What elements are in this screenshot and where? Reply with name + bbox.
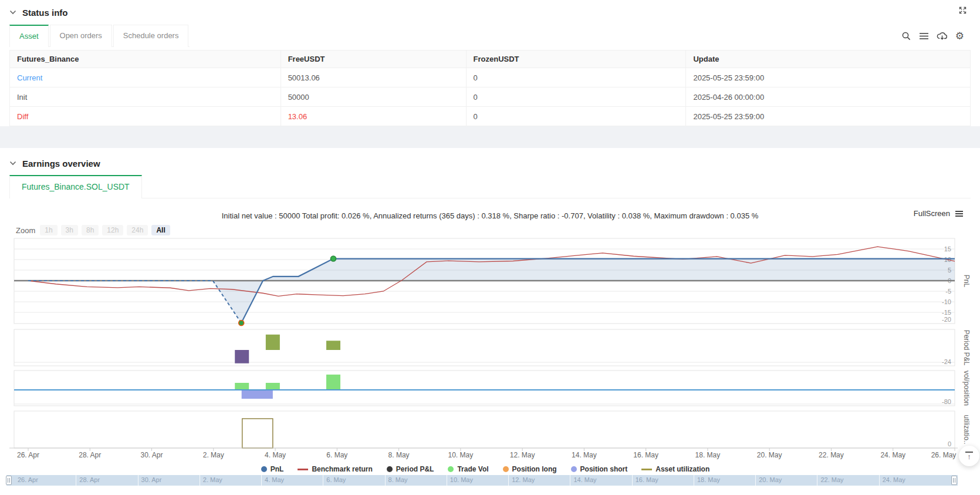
legend-dot — [571, 466, 577, 472]
svg-text:16. May: 16. May — [633, 451, 658, 459]
svg-text:20. May: 20. May — [757, 451, 782, 459]
collapse-chevron-icon[interactable] — [9, 10, 16, 15]
asset-table: Futures_BinanceFreeUSDTFrozenUSDTUpdate … — [9, 50, 971, 126]
navigator-label: 6. May — [326, 476, 346, 483]
navigator-separator — [508, 475, 509, 486]
status-toolbar: ⚙ — [901, 31, 971, 41]
navigator-label: 24. May — [883, 476, 905, 483]
navigator-separator — [632, 475, 633, 486]
svg-text:18. May: 18. May — [695, 451, 721, 459]
chart-menu-icon[interactable] — [955, 211, 963, 217]
table-row: Current50013.0602025-05-25 23:59:00 — [10, 68, 971, 87]
collapse-chevron-icon[interactable] — [9, 161, 16, 166]
table-cell: 0 — [466, 87, 686, 107]
legend-dot — [387, 466, 393, 472]
navigator-separator — [879, 475, 880, 486]
navigator-label: 30. Apr — [141, 476, 162, 483]
cloud-download-icon[interactable] — [937, 31, 948, 41]
legend-item-position-short[interactable]: Position short — [571, 465, 628, 473]
zoom-button-3h[interactable]: 3h — [61, 225, 78, 235]
tab-asset[interactable]: Asset — [9, 25, 49, 47]
svg-text:15: 15 — [944, 245, 951, 252]
navigator-handle-left[interactable] — [6, 476, 12, 485]
section-title: Status info — [22, 8, 68, 18]
svg-text:4. May: 4. May — [265, 451, 286, 459]
svg-text:8. May: 8. May — [388, 451, 410, 459]
navigator-separator — [200, 475, 200, 486]
navigator-separator — [385, 475, 386, 486]
navigator-separator — [76, 475, 76, 486]
navigator-separator — [817, 475, 817, 486]
earnings-overview-section: Earnings overview Futures_Binance.SOL_US… — [0, 148, 980, 488]
earnings-tabbar: Futures_Binance.SOL_USDT — [9, 175, 971, 198]
svg-text:utilizatio..: utilizatio.. — [962, 415, 971, 444]
legend-item-asset-utilization[interactable]: Asset utilization — [641, 465, 709, 473]
navigator-label: 2. May — [203, 476, 222, 483]
svg-text:2. May: 2. May — [203, 451, 224, 459]
navigator-separator — [694, 475, 694, 486]
gear-icon[interactable]: ⚙ — [955, 31, 964, 41]
table-cell[interactable]: Current — [10, 68, 281, 87]
search-icon[interactable] — [901, 31, 911, 41]
chart-navigator[interactable]: 26. Apr28. Apr30. Apr2. May4. May6. May8… — [6, 475, 958, 486]
chart-canvas[interactable]: 151050-5-10-15-20PnL-24Period P&L-80vol/… — [0, 237, 980, 488]
expand-icon[interactable] — [958, 6, 967, 17]
legend-item-trade-vol[interactable]: Trade Vol — [448, 465, 488, 473]
fullscreen-button[interactable]: FullScreen — [914, 209, 950, 218]
legend-line — [298, 469, 308, 470]
svg-text:22. May: 22. May — [819, 451, 844, 459]
legend-item-benchmark-return[interactable]: Benchmark return — [298, 465, 372, 473]
table-cell: 50000 — [281, 87, 466, 107]
menu-icon[interactable] — [919, 32, 929, 41]
tab-schedule-orders[interactable]: Schedule orders — [113, 25, 189, 47]
zoom-button-8h[interactable]: 8h — [82, 225, 99, 235]
navigator-label: 10. May — [450, 476, 473, 483]
legend-dot — [448, 466, 454, 472]
chart-legend: PnLBenchmark returnPeriod P&LTrade VolPo… — [0, 465, 971, 473]
status-tabs-row: AssetOpen ordersSchedule orders ⚙ — [9, 25, 971, 47]
table-cell: 2025-04-26 00:00:00 — [686, 87, 971, 107]
navigator-separator — [138, 475, 138, 486]
navigator-handle-right[interactable] — [951, 476, 957, 485]
tab-open-orders[interactable]: Open orders — [50, 25, 112, 47]
navigator-separator — [570, 475, 570, 486]
status-info-header: Status info — [9, 0, 971, 25]
table-cell: 50013.06 — [281, 68, 466, 87]
svg-text:PnL: PnL — [962, 275, 971, 288]
zoom-button-24h[interactable]: 24h — [127, 225, 148, 235]
zoom-button-1h[interactable]: 1h — [40, 225, 57, 235]
legend-item-period-p-l[interactable]: Period P&L — [387, 465, 434, 473]
asset-table-body: Current50013.0602025-05-25 23:59:00Init5… — [10, 68, 971, 126]
svg-text:14. May: 14. May — [572, 451, 597, 459]
zoom-button-12h[interactable]: 12h — [102, 225, 123, 235]
table-cell: 0 — [466, 107, 686, 126]
zoom-button-all[interactable]: All — [151, 225, 170, 235]
legend-item-position-long[interactable]: Position long — [503, 465, 557, 473]
svg-text:0: 0 — [948, 440, 951, 447]
table-cell: Diff — [10, 107, 281, 126]
stats-row: Initial net value : 50000 Total profit: … — [0, 208, 980, 223]
svg-text:Period P&L: Period P&L — [962, 330, 971, 366]
earnings-header: Earnings overview — [0, 156, 980, 170]
legend-dot — [503, 466, 509, 472]
table-cell: 13.06 — [281, 107, 466, 126]
legend-line — [641, 469, 652, 470]
navigator-label: 28. Apr — [79, 476, 100, 483]
navigator-separator — [447, 475, 447, 486]
performance-stats: Initial net value : 50000 Total profit: … — [0, 211, 980, 220]
svg-text:28. Apr: 28. Apr — [79, 451, 101, 459]
navigator-separator — [261, 475, 262, 486]
legend-item-pnl[interactable]: PnL — [261, 465, 284, 473]
tab-futures-binance-sol-usdt[interactable]: Futures_Binance.SOL_USDT — [9, 175, 142, 198]
status-info-section: Status info AssetOpen ordersSchedule ord… — [0, 0, 980, 126]
navigator-separator — [755, 475, 756, 486]
navigator-label: 26. Apr — [18, 476, 38, 483]
column-header: FrozenUSDT — [466, 50, 686, 68]
earnings-chart: 151050-5-10-15-20PnL-24Period P&L-80vol/… — [0, 237, 980, 488]
navigator-label: 12. May — [512, 476, 535, 483]
table-cell: 0 — [466, 68, 686, 87]
back-to-top-button[interactable]: ↑ — [959, 446, 979, 466]
legend-dot — [261, 466, 267, 472]
navigator-label: 16. May — [636, 476, 658, 483]
table-cell: Init — [10, 87, 281, 107]
